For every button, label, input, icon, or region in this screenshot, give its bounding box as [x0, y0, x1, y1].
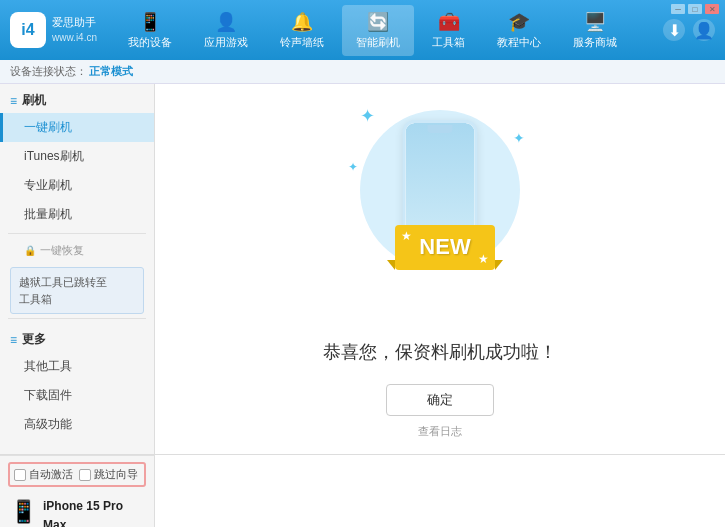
phone-notch [428, 125, 453, 133]
sidebar-item-pro-flash[interactable]: 专业刷机 [0, 171, 154, 200]
sidebar-item-download-firmware[interactable]: 下载固件 [0, 381, 154, 410]
app-title: 爱思助手 [52, 15, 97, 30]
device-phone-icon: 📱 [10, 499, 37, 525]
checkbox-box[interactable] [14, 469, 26, 481]
smart-flash-icon: 🔄 [367, 11, 389, 33]
sidebar-divider [8, 233, 146, 234]
sidebar-item-one-key-flash[interactable]: 一键刷机 [0, 113, 154, 142]
setup-status-label: 设备连接状态： [10, 64, 87, 79]
close-button[interactable]: ✕ [705, 4, 719, 14]
sidebar-item-label: 高级功能 [24, 417, 72, 431]
sidebar-item-label: 批量刷机 [24, 207, 72, 221]
minimize-button[interactable]: ─ [671, 4, 685, 14]
app-subtitle: www.i4.cn [52, 31, 97, 45]
main-content: ✦ ✦ ✦ ★ NEW ★ 恭喜您，保 [155, 84, 725, 454]
sidebar-notice-text: 越狱工具已跳转至工具箱 [19, 276, 107, 305]
main-layout: ≡ 刷机 一键刷机 iTunes刷机 专业刷机 批量刷机 🔒 一键恢复 越狱工具 [0, 84, 725, 454]
sidebar-gray-one-key-restore: 🔒 一键恢复 [0, 238, 154, 263]
sidebar-item-other-tools[interactable]: 其他工具 [0, 352, 154, 381]
maximize-button[interactable]: □ [688, 4, 702, 14]
guide-label: 跳过向导 [94, 467, 138, 482]
ribbon-tail-left [387, 260, 395, 270]
nav-tab-apps[interactable]: 👤 应用游戏 [190, 5, 262, 56]
nav-tab-label: 应用游戏 [204, 35, 248, 50]
auto-activate-checkbox[interactable]: 自动激活 [14, 467, 73, 482]
auto-activate-label: 自动激活 [29, 467, 73, 482]
sidebar-item-itunes-flash[interactable]: iTunes刷机 [0, 142, 154, 171]
nav-tab-label: 服务商城 [573, 35, 617, 50]
logo-icon: i4 [10, 12, 46, 48]
sidebar-notice: 越狱工具已跳转至工具箱 [10, 267, 144, 314]
tutorials-icon: 🎓 [508, 11, 530, 33]
bottom-area: 自动激活 跳过向导 📱 iPhone 15 Pro Max 512GB iPho… [0, 454, 725, 527]
nav-tab-my-device[interactable]: 📱 我的设备 [114, 5, 186, 56]
confirm-button[interactable]: 确定 [386, 384, 494, 416]
sidebar-item-label: iTunes刷机 [24, 149, 84, 163]
device-name: iPhone 15 Pro Max [43, 497, 144, 527]
ribbon-star-1: ★ [401, 229, 412, 243]
ribbon-body: ★ NEW ★ [395, 225, 495, 270]
download-button[interactable]: ⬇ [663, 19, 685, 41]
sidebar-section-more: ≡ 更多 [0, 323, 154, 352]
bottom-sidebar: 自动激活 跳过向导 📱 iPhone 15 Pro Max 512GB iPho… [0, 455, 155, 527]
nav-tab-tutorials[interactable]: 🎓 教程中心 [483, 5, 555, 56]
guide-checkbox[interactable]: 跳过向导 [79, 467, 138, 482]
sidebar-more-label: 更多 [22, 331, 46, 348]
success-title: 恭喜您，保资料刷机成功啦！ [323, 340, 557, 364]
sidebar-item-advanced[interactable]: 高级功能 [0, 410, 154, 439]
nav-tab-label: 我的设备 [128, 35, 172, 50]
sparkle-3: ✦ [348, 160, 358, 174]
ringtones-icon: 🔔 [291, 11, 313, 33]
sidebar: ≡ 刷机 一键刷机 iTunes刷机 专业刷机 批量刷机 🔒 一键恢复 越狱工具 [0, 84, 155, 454]
sidebar-item-label: 下载固件 [24, 388, 72, 402]
sidebar-section-flash: ≡ 刷机 [0, 84, 154, 113]
header: i4 爱思助手 www.i4.cn 📱 我的设备 👤 应用游戏 🔔 铃声墙纸 🔄 [0, 0, 725, 60]
nav-tab-label: 智能刷机 [356, 35, 400, 50]
sidebar-item-batch-flash[interactable]: 批量刷机 [0, 200, 154, 229]
ribbon: ★ NEW ★ [395, 225, 495, 280]
device-checkboxes: 自动激活 跳过向导 [8, 462, 146, 487]
nav-tab-label: 工具箱 [432, 35, 465, 50]
phone-illustration: ✦ ✦ ✦ ★ NEW ★ [340, 100, 540, 320]
nav-tab-ringtones[interactable]: 🔔 铃声墙纸 [266, 5, 338, 56]
bottom-content [155, 455, 725, 527]
more-section-icon: ≡ [10, 333, 17, 347]
sidebar-section-label: 刷机 [22, 92, 46, 109]
ribbon-tail-right [495, 260, 503, 270]
nav-tab-label: 铃声墙纸 [280, 35, 324, 50]
checkbox-box-2[interactable] [79, 469, 91, 481]
nav-tabs: 📱 我的设备 👤 应用游戏 🔔 铃声墙纸 🔄 智能刷机 🧰 工具箱 🎓 [110, 5, 635, 56]
view-log-link[interactable]: 查看日志 [418, 424, 462, 439]
nav-tab-label: 教程中心 [497, 35, 541, 50]
window-controls: ─ □ ✕ [671, 4, 719, 14]
sidebar-item-label: 其他工具 [24, 359, 72, 373]
device-info: 📱 iPhone 15 Pro Max 512GB iPhone [8, 493, 146, 527]
flash-section-icon: ≡ [10, 94, 17, 108]
sparkle-2: ✦ [513, 130, 525, 146]
nav-tab-services[interactable]: 🖥️ 服务商城 [559, 5, 631, 56]
device-details: iPhone 15 Pro Max 512GB iPhone [43, 497, 144, 527]
sidebar-gray-label: 一键恢复 [40, 243, 84, 258]
nav-tab-smart-flash[interactable]: 🔄 智能刷机 [342, 5, 414, 56]
logo-area: i4 爱思助手 www.i4.cn [10, 12, 110, 48]
sidebar-item-label: 一键刷机 [24, 120, 72, 134]
toolbox-icon: 🧰 [438, 11, 460, 33]
nav-tab-toolbox[interactable]: 🧰 工具箱 [418, 5, 479, 56]
status-strip: 设备连接状态： 正常模式 [0, 60, 725, 84]
mode-label: 正常模式 [89, 64, 133, 79]
header-right: ⬇ 👤 [635, 19, 715, 41]
services-icon: 🖥️ [584, 11, 606, 33]
sparkle-1: ✦ [360, 105, 375, 127]
apps-icon: 👤 [215, 11, 237, 33]
sidebar-divider-2 [8, 318, 146, 319]
my-device-icon: 📱 [139, 11, 161, 33]
logo-text: 爱思助手 www.i4.cn [52, 15, 97, 44]
user-button[interactable]: 👤 [693, 19, 715, 41]
ribbon-star-2: ★ [478, 252, 489, 266]
ribbon-text: NEW [419, 234, 470, 260]
sidebar-item-label: 专业刷机 [24, 178, 72, 192]
